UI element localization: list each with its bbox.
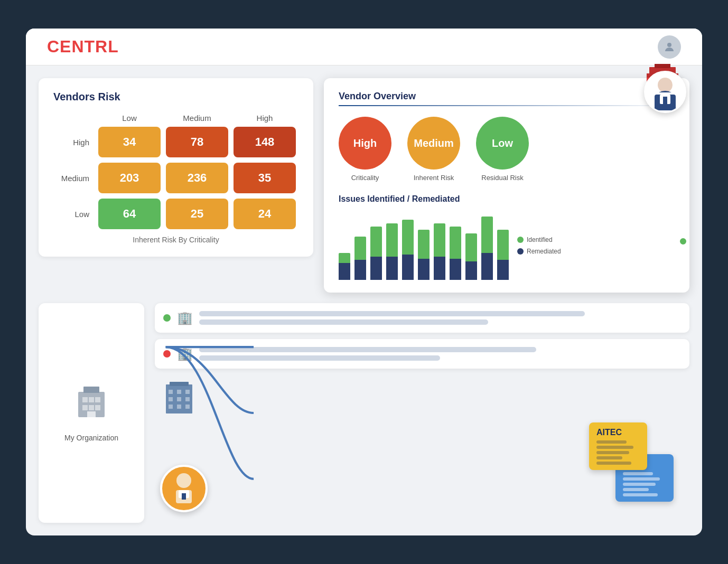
vendor-item-3-wrapper bbox=[155, 375, 689, 418]
svg-rect-18 bbox=[169, 405, 173, 409]
bar-group-5 bbox=[418, 211, 430, 280]
col-header-high: High bbox=[231, 114, 298, 123]
svg-rect-6 bbox=[82, 405, 88, 410]
top-row: Vendors Risk Low Medium High High 34 78 … bbox=[39, 78, 689, 293]
org-card: My Organization bbox=[39, 303, 144, 523]
svg-rect-5 bbox=[95, 397, 100, 402]
bar-group-2 bbox=[370, 211, 382, 280]
person-avatar-bottom bbox=[160, 465, 208, 512]
vendor-line-1b bbox=[199, 319, 488, 325]
bar-group-0 bbox=[339, 211, 350, 280]
vendor-line-1a bbox=[199, 311, 585, 316]
bar-remediated-1 bbox=[354, 260, 366, 280]
aitec-line-3 bbox=[596, 451, 629, 454]
aitec-line-5 bbox=[596, 462, 631, 465]
circle-criticality: High Criticality bbox=[339, 117, 391, 182]
bar-remediated-2 bbox=[370, 257, 382, 280]
person-avatar-top-right bbox=[644, 71, 686, 113]
bar-remediated-4 bbox=[402, 255, 414, 280]
svg-rect-20 bbox=[185, 405, 190, 409]
circle-residual: Low Residual Risk bbox=[476, 117, 529, 182]
row-label-high: High bbox=[53, 138, 96, 147]
legend-identified-label: Identified bbox=[527, 236, 553, 243]
vendor-overview-card: Vendor Overview High Criticality Medium … bbox=[324, 78, 689, 293]
legend-identified: Identified bbox=[517, 236, 561, 243]
sig-lines bbox=[623, 472, 666, 496]
bar-remediated-3 bbox=[386, 257, 398, 280]
row-label-low: Low bbox=[53, 210, 96, 219]
aitec-card: AITEC bbox=[589, 422, 647, 470]
chart-area bbox=[339, 211, 509, 280]
row-label-medium: Medium bbox=[53, 174, 96, 183]
legend-remediated-label: Remediated bbox=[527, 248, 561, 255]
bar-identified-9 bbox=[481, 217, 493, 253]
svg-rect-9 bbox=[87, 411, 96, 418]
bar-remediated-8 bbox=[465, 261, 477, 280]
aitec-line-4 bbox=[596, 456, 622, 459]
bar-group-3 bbox=[386, 211, 398, 280]
cell-low-high: 24 bbox=[234, 199, 296, 229]
legend-dot-remediated bbox=[517, 248, 524, 255]
svg-rect-7 bbox=[89, 405, 94, 410]
svg-rect-24 bbox=[182, 493, 186, 500]
connector-dot bbox=[679, 237, 687, 246]
org-building-icon bbox=[73, 384, 110, 428]
vendor-dot-1 bbox=[163, 314, 171, 322]
bar-identified-5 bbox=[418, 230, 430, 259]
sig-line-2 bbox=[623, 477, 660, 481]
bar-identified-7 bbox=[450, 227, 461, 259]
row-label-spacer bbox=[53, 114, 96, 123]
circle-inherent-label: Inherent Risk bbox=[414, 174, 454, 182]
cell-medium-low: 203 bbox=[98, 163, 161, 193]
circle-criticality-label: Criticality bbox=[351, 174, 379, 182]
bar-identified-4 bbox=[402, 220, 414, 255]
issues-title: Issues Identified / Remediated bbox=[339, 194, 675, 204]
bar-remediated-6 bbox=[434, 257, 445, 280]
svg-rect-37 bbox=[663, 97, 667, 104]
bar-identified-10 bbox=[497, 230, 509, 260]
col-header-medium: Medium bbox=[163, 114, 231, 123]
bar-identified-0 bbox=[339, 253, 350, 263]
circle-residual-label: Residual Risk bbox=[481, 174, 523, 182]
svg-rect-3 bbox=[82, 397, 88, 402]
vendor-line-2b bbox=[199, 355, 440, 361]
cell-medium-medium: 236 bbox=[166, 163, 228, 193]
cell-high-high: 148 bbox=[234, 127, 296, 157]
vendor-building-large bbox=[163, 379, 195, 418]
vendor-item-2[interactable]: 🏢 bbox=[155, 339, 689, 369]
svg-rect-13 bbox=[177, 390, 181, 394]
cell-high-low: 34 bbox=[98, 127, 161, 157]
bar-group-7 bbox=[450, 211, 461, 280]
app-container: CENTRL Vendors Risk Low Medium High bbox=[26, 29, 702, 535]
chart-legend: Identified Remediated bbox=[517, 236, 561, 255]
svg-rect-19 bbox=[177, 405, 181, 409]
cell-medium-high: 35 bbox=[234, 163, 296, 193]
bar-group-10 bbox=[497, 211, 509, 280]
cell-high-medium: 78 bbox=[166, 127, 228, 157]
svg-rect-33 bbox=[655, 64, 670, 68]
vendor-list-panel: 🏢 🏢 bbox=[155, 303, 689, 523]
bar-identified-2 bbox=[370, 227, 382, 257]
bar-group-8 bbox=[465, 211, 477, 280]
risk-table-header: Low Medium High bbox=[53, 114, 298, 123]
aitec-line-1 bbox=[596, 440, 627, 444]
org-label: My Organization bbox=[64, 434, 118, 442]
risk-row-medium: Medium 203 236 35 bbox=[53, 163, 298, 193]
svg-rect-8 bbox=[95, 405, 100, 410]
circle-low: Low bbox=[476, 117, 529, 170]
vendor-item-1[interactable]: 🏢 bbox=[155, 303, 689, 333]
bar-remediated-7 bbox=[450, 259, 461, 280]
user-avatar[interactable] bbox=[658, 35, 681, 59]
bar-remediated-5 bbox=[418, 259, 430, 280]
circle-medium: Medium bbox=[407, 117, 460, 170]
bar-identified-8 bbox=[465, 233, 477, 261]
chart-container: Identified Remediated bbox=[339, 211, 675, 280]
bar-group-6 bbox=[434, 211, 445, 280]
col-header-low: Low bbox=[96, 114, 163, 123]
svg-rect-14 bbox=[185, 390, 190, 394]
divider bbox=[339, 105, 675, 106]
aitec-line-2 bbox=[596, 446, 633, 449]
aitec-title: AITEC bbox=[596, 428, 640, 437]
aitec-lines bbox=[596, 440, 640, 465]
vendor-overview-title: Vendor Overview bbox=[339, 91, 675, 102]
